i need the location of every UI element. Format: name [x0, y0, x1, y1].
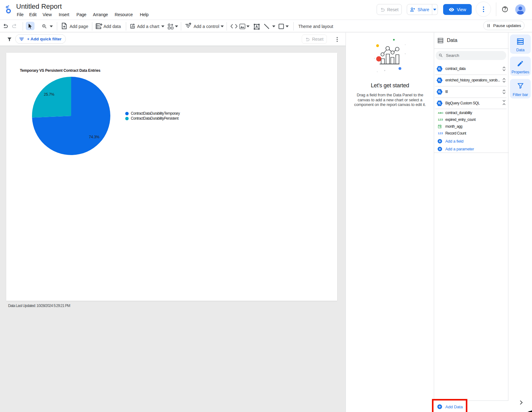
svg-text:25.7%: 25.7%	[44, 92, 54, 97]
svg-text:74.3%: 74.3%	[89, 135, 99, 139]
